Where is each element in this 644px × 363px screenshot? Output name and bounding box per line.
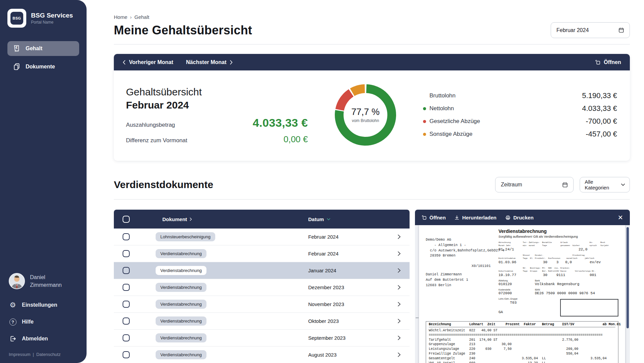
sidebar-item-einstellungen[interactable]: ⚙ Einstellungen xyxy=(7,299,79,311)
chevron-right-icon: › xyxy=(130,14,132,20)
column-datum[interactable]: Datum xyxy=(308,216,324,222)
row-checkbox[interactable] xyxy=(123,301,130,308)
diff-label: Differenz zum Vormonat xyxy=(126,137,187,144)
breadcrumb-current[interactable]: Gehalt xyxy=(134,14,149,20)
brand-subtitle: Portal Name xyxy=(31,20,73,25)
info-labels: Steuer Kinder- Freibetrag Eintrittsdatum… xyxy=(498,254,618,260)
header-divider xyxy=(114,44,630,44)
sidebar-item-label: Einstellungen xyxy=(22,302,57,308)
chevron-right-icon[interactable] xyxy=(397,335,401,340)
payslip-table-body: Wöchtl.Arbeitszeit 022 40,00 ST ========… xyxy=(429,328,615,363)
close-icon[interactable]: ✕ xyxy=(618,214,623,221)
row-checkbox[interactable] xyxy=(123,351,130,358)
bsg-logo-initials: BSG xyxy=(10,12,23,25)
impressum-link[interactable]: Impressum xyxy=(9,352,30,357)
logout-icon xyxy=(9,335,17,343)
donut-center-value: 77,7 % xyxy=(351,107,380,117)
table-row[interactable]: Lohnsteuerbescheinigung Februar 2024 xyxy=(114,229,410,245)
breadcrumb-home[interactable]: Home xyxy=(114,14,127,20)
preview-body: Demo/Demo AG - Allgemein 1 - c/o Autower… xyxy=(415,225,630,363)
doc-date: Februar 2024 xyxy=(283,234,393,240)
payslip-table: Bezeichnung Lohnart Zeit Prozent Faktor … xyxy=(426,321,618,363)
row-checkbox[interactable] xyxy=(123,267,130,274)
download-button[interactable]: Herunterladen xyxy=(454,215,496,220)
chevron-right-icon[interactable] xyxy=(397,234,401,239)
chevron-right-icon[interactable] xyxy=(397,319,401,324)
column-dokument[interactable]: Dokument xyxy=(162,216,187,222)
preview-scrollbar[interactable] xyxy=(626,227,629,328)
open-document-button[interactable]: Öffnen xyxy=(422,215,446,220)
open-overview-label: Öffnen xyxy=(604,59,621,65)
documents-table: Dokument Datum Lohnsteuerbescheinigung F… xyxy=(114,210,410,363)
legend-label: Bruttolohn xyxy=(429,92,456,99)
download-icon xyxy=(454,215,459,220)
next-month-button[interactable]: Nächster Monat xyxy=(186,59,233,65)
doc-type-badge: Lohnsteuerbescheinigung xyxy=(156,232,215,241)
iban-label: IBAN xyxy=(535,289,618,291)
doc-type-badge: Verdienstabrechnung xyxy=(156,283,206,292)
doc-type-badge: Verdienstabrechnung xyxy=(156,333,206,342)
preview-toolbar: Öffnen Herunterladen Drucken ✕ xyxy=(415,210,630,225)
payslip-cost-iban: Kostenstelle 072000 IBAN DE26 7509 0000 … xyxy=(498,289,618,295)
sidebar-item-dokumente[interactable]: Dokumente xyxy=(7,59,79,74)
cost-value: 072000 xyxy=(498,291,535,295)
row-checkbox[interactable] xyxy=(123,250,130,257)
payslip-info-group: SV- Beitrags- PV- KBV zus. Kranken- Gebu… xyxy=(498,267,618,277)
sidebar-item-abmelden[interactable]: Abmelden xyxy=(7,333,79,344)
payslip-table-header: Bezeichnung Lohnart Zeit Prozent Faktor … xyxy=(429,323,615,327)
svg-text:€: € xyxy=(15,46,18,50)
table-row[interactable]: Verdienstabrechnung November 2023 xyxy=(114,296,410,313)
legend-label: Sonstige Abzüge xyxy=(429,131,473,138)
print-button[interactable]: Drucken xyxy=(505,215,534,220)
legend-item-sonstige-abzuege: Sonstige Abzüge -457,00 € xyxy=(423,130,617,139)
ga-label: GA xyxy=(498,310,545,314)
row-checkbox[interactable] xyxy=(123,334,130,341)
table-row[interactable]: Verdienstabrechnung Februar 2024 xyxy=(114,245,410,262)
row-checkbox[interactable] xyxy=(123,317,130,325)
select-all-checkbox[interactable] xyxy=(123,216,130,223)
iban-value: DE26 7509 0000 0000 9876 54 xyxy=(535,291,618,295)
group-label: Lohn-/Geh.-Gruppe xyxy=(498,298,545,300)
avatar xyxy=(9,273,25,289)
payslip-page: Demo/Demo AG - Allgemein 1 - c/o Autower… xyxy=(419,225,625,363)
chevron-right-icon[interactable] xyxy=(397,251,401,256)
overview-left-column: Gehaltsübersicht Februar 2024 Auszahlung… xyxy=(126,85,308,145)
payslip-info-group: Steuer Kinder- Freibetrag Eintrittsdatum… xyxy=(498,254,618,264)
doc-date: Oktober 2023 xyxy=(283,318,393,324)
brand: BSG BSG Services Portal Name xyxy=(7,9,79,28)
sidebar-item-gehalt[interactable]: € Gehalt xyxy=(7,41,79,56)
chevron-right-icon[interactable] xyxy=(397,352,401,357)
gear-icon: ⚙ xyxy=(9,301,17,309)
table-row[interactable]: Verdienstabrechnung Dezember 2023 xyxy=(114,279,410,296)
table-row[interactable]: Verdienstabrechnung Oktober 2023 xyxy=(114,313,410,330)
sidebar-menu: € Gehalt Dokumente xyxy=(7,41,79,74)
period-input[interactable]: Zeitraum xyxy=(495,177,574,192)
row-checkbox[interactable] xyxy=(123,284,130,291)
category-select[interactable]: Alle Kategorien xyxy=(580,177,630,192)
prev-month-button[interactable]: Vorheriger Monat xyxy=(123,59,173,65)
payslip-dept-bank: Abteilung 010120 Bank Volksbank Regensbu… xyxy=(498,279,618,286)
table-row[interactable]: Verdienstabrechnung August 2023 xyxy=(114,346,410,363)
group-value: T03 xyxy=(510,301,545,305)
table-row[interactable]: Verdienstabrechnung September 2023 xyxy=(114,330,410,346)
doc-date: Januar 2024 xyxy=(283,268,393,273)
doc-date: November 2023 xyxy=(283,301,393,307)
sidebar-footer: Impressum|Datenschutz xyxy=(7,352,79,357)
chevron-right-icon[interactable] xyxy=(397,302,401,307)
sidebar-item-hilfe[interactable]: ? Hilfe xyxy=(7,316,79,328)
legend-item-bruttolohn: Bruttolohn 5.190,33 € xyxy=(423,91,617,100)
sidebar-item-label: Abmelden xyxy=(22,336,48,342)
table-row-selected[interactable]: Verdienstabrechnung Januar 2024 xyxy=(114,262,410,279)
chevron-right-icon[interactable] xyxy=(397,268,401,273)
doc-type-badge: Verdienstabrechnung xyxy=(156,300,206,309)
month-picker[interactable]: Februar 2024 xyxy=(551,22,630,38)
datenschutz-link[interactable]: Datenschutz xyxy=(36,352,61,357)
sidebar-item-label: Gehalt xyxy=(26,46,42,52)
user-block[interactable]: Daniel Zimmermann xyxy=(7,273,79,289)
receipt-euro-icon: € xyxy=(12,44,21,53)
chevron-down-icon xyxy=(621,183,625,186)
chevron-right-icon[interactable] xyxy=(397,285,401,290)
open-overview-button[interactable]: Öffnen xyxy=(595,59,621,65)
row-checkbox[interactable] xyxy=(123,233,130,240)
category-value: Alle Kategorien xyxy=(585,179,618,190)
